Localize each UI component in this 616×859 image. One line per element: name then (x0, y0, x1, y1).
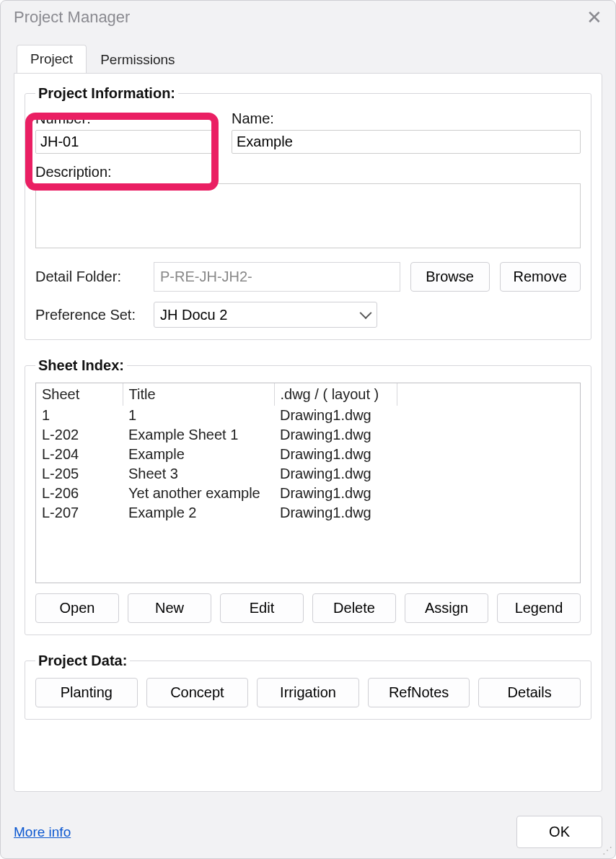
group-sheet-index: Sheet Index: Sheet Title .dwg / ( layout… (25, 357, 591, 635)
legend-project-information: Project Information: (35, 85, 178, 102)
tab-permissions[interactable]: Permissions (87, 45, 188, 74)
number-field[interactable] (35, 130, 219, 154)
edit-button[interactable]: Edit (220, 593, 304, 623)
label-detail-folder: Detail Folder: (35, 269, 144, 285)
table-row[interactable]: L-205Sheet 3Drawing1.dwg (36, 464, 580, 484)
group-project-information: Project Information: Number: Name: Descr… (25, 85, 591, 340)
cell-sheet: L-206 (36, 484, 123, 503)
cell-title: Sheet 3 (123, 464, 274, 484)
cell-dwg: Drawing1.dwg (274, 425, 397, 445)
cell-sheet: L-207 (36, 503, 123, 523)
cell-title: 1 (123, 406, 274, 425)
label-preference-set: Preference Set: (35, 307, 144, 323)
col-header-sheet[interactable]: Sheet (36, 383, 123, 406)
tab-strip: Project Permissions (17, 44, 615, 73)
dialog-footer: More info OK (14, 816, 602, 848)
legend-button[interactable]: Legend (497, 593, 581, 623)
assign-button[interactable]: Assign (405, 593, 488, 623)
window-title: Project Manager (14, 8, 130, 27)
browse-button[interactable]: Browse (410, 262, 490, 292)
delete-button[interactable]: Delete (312, 593, 396, 623)
cell-sheet: L-202 (36, 425, 123, 445)
tab-project[interactable]: Project (17, 45, 87, 74)
col-header-title[interactable]: Title (123, 383, 274, 406)
cell-dwg: Drawing1.dwg (274, 464, 397, 484)
cell-sheet: 1 (36, 406, 123, 425)
sheet-index-table[interactable]: Sheet Title .dwg / ( layout ) 11Drawing1… (35, 383, 581, 583)
table-row[interactable]: L-207Example 2Drawing1.dwg (36, 503, 580, 523)
table-row[interactable]: L-204ExampleDrawing1.dwg (36, 445, 580, 464)
project-manager-dialog: Project Manager ✕ Project Permissions Pr… (0, 0, 616, 859)
label-number: Number: (35, 110, 219, 127)
tab-panel-project: Project Information: Number: Name: Descr… (14, 73, 602, 792)
chevron-down-icon: JH Docu 2 (154, 302, 377, 328)
more-info-link[interactable]: More info (14, 824, 71, 840)
new-button[interactable]: New (128, 593, 211, 623)
col-header-blank (397, 383, 580, 406)
ok-button[interactable]: OK (516, 816, 602, 848)
cell-title: Yet another example (123, 484, 274, 503)
refnotes-button[interactable]: RefNotes (368, 678, 470, 707)
cell-dwg: Drawing1.dwg (274, 445, 397, 464)
irrigation-button[interactable]: Irrigation (257, 678, 359, 707)
legend-project-data: Project Data: (35, 653, 130, 669)
open-button[interactable]: Open (35, 593, 119, 623)
legend-sheet-index: Sheet Index: (35, 357, 127, 374)
table-row[interactable]: L-206Yet another exampleDrawing1.dwg (36, 484, 580, 503)
detail-folder-field[interactable] (154, 262, 400, 292)
cell-dwg: Drawing1.dwg (274, 406, 397, 425)
remove-button[interactable]: Remove (500, 262, 581, 292)
cell-sheet: L-204 (36, 445, 123, 464)
cell-sheet: L-205 (36, 464, 123, 484)
col-header-dwg[interactable]: .dwg / ( layout ) (274, 383, 397, 406)
cell-dwg: Drawing1.dwg (274, 503, 397, 523)
table-row[interactable]: L-202Example Sheet 1Drawing1.dwg (36, 425, 580, 445)
name-field[interactable] (232, 130, 581, 154)
close-icon[interactable]: ✕ (586, 8, 602, 27)
table-row[interactable]: 11Drawing1.dwg (36, 406, 580, 425)
details-button[interactable]: Details (478, 678, 581, 707)
cell-title: Example (123, 445, 274, 464)
group-project-data: Project Data: Planting Concept Irrigatio… (25, 653, 591, 720)
resize-grip-icon[interactable]: ⋰ (602, 845, 612, 855)
cell-title: Example Sheet 1 (123, 425, 274, 445)
concept-button[interactable]: Concept (146, 678, 249, 707)
titlebar: Project Manager ✕ (1, 1, 615, 31)
cell-title: Example 2 (123, 503, 274, 523)
label-name: Name: (232, 110, 581, 127)
planting-button[interactable]: Planting (35, 678, 138, 707)
description-field[interactable] (35, 183, 581, 248)
label-description: Description: (35, 164, 581, 180)
preference-set-select[interactable]: JH Docu 2 (154, 302, 377, 328)
cell-dwg: Drawing1.dwg (274, 484, 397, 503)
